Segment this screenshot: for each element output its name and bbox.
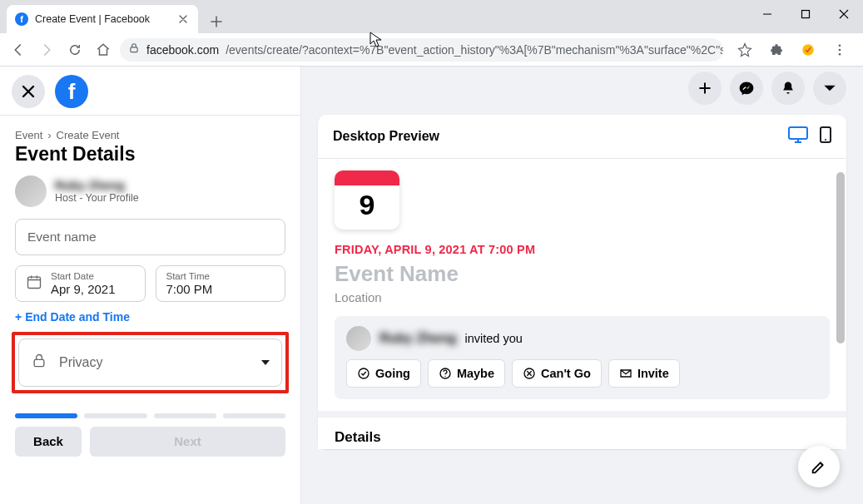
nav-home-button[interactable] [92, 38, 115, 62]
window-maximize-button[interactable] [786, 0, 825, 28]
svg-rect-8 [789, 127, 807, 139]
account-menu-button[interactable] [813, 72, 846, 105]
breadcrumb-root[interactable]: Event [15, 129, 42, 141]
close-panel-button[interactable] [12, 75, 45, 108]
lock-icon [31, 353, 47, 373]
svg-rect-1 [131, 47, 137, 52]
start-time-value: 7:00 PM [166, 282, 213, 296]
notifications-button[interactable] [771, 72, 805, 105]
svg-rect-6 [28, 277, 41, 288]
page-title: Event Details [15, 143, 285, 166]
browser-menu-icon[interactable] [828, 38, 851, 62]
back-button[interactable]: Back [15, 427, 82, 457]
plus-icon: + [15, 310, 22, 324]
chevron-down-icon [261, 360, 270, 365]
add-end-date-button[interactable]: + End Date and Time [15, 310, 285, 324]
calendar-badge: 9 [335, 170, 399, 230]
window-close-button[interactable] [825, 0, 863, 28]
privacy-highlight: Privacy [12, 332, 289, 393]
new-tab-button[interactable] [205, 10, 228, 33]
compose-fab-button[interactable] [798, 446, 840, 487]
svg-point-3 [839, 44, 841, 47]
progress-step-2 [84, 413, 146, 418]
host-avatar[interactable] [15, 175, 47, 207]
host-name: Ruby Zheng [55, 179, 139, 192]
tab-title: Create Event | Facebook [35, 13, 150, 25]
start-time-field[interactable]: Start Time 7:00 PM [156, 265, 286, 302]
rsvp-invite-button[interactable]: Invite [608, 359, 680, 388]
privacy-dropdown[interactable]: Privacy [18, 338, 282, 387]
rsvp-going-button[interactable]: Going [346, 359, 421, 388]
add-end-label: End Date and Time [25, 310, 130, 324]
nav-back-button[interactable] [7, 38, 30, 62]
progress-step-3 [154, 413, 216, 418]
event-name-input[interactable] [27, 230, 273, 245]
start-date-label: Start Date [51, 271, 116, 282]
svg-point-11 [359, 368, 369, 378]
invited-text: invited you [464, 332, 522, 345]
facebook-favicon: f [15, 12, 28, 26]
close-tab-icon[interactable] [176, 12, 190, 26]
event-name-field[interactable] [15, 219, 285, 255]
calendar-icon [26, 274, 42, 294]
inviter-avatar [346, 326, 371, 351]
nav-forward-button[interactable] [35, 38, 58, 62]
url-host: facebook.com [146, 43, 219, 57]
breadcrumb: Event › Create Event [15, 129, 285, 141]
privacy-label: Privacy [59, 355, 250, 370]
nav-reload-button[interactable] [63, 38, 87, 62]
extension-badge-icon[interactable] [796, 38, 820, 62]
mobile-preview-icon[interactable] [820, 126, 831, 146]
start-time-label: Start Time [166, 271, 213, 282]
messenger-button[interactable] [730, 72, 763, 105]
next-button[interactable]: Next [90, 427, 285, 457]
address-bar[interactable]: facebook.com/events/create/?acontext=%7B… [120, 38, 723, 62]
event-date-line: FRIDAY, APRIL 9, 2021 AT 7:00 PM [335, 243, 830, 256]
preview-heading: Desktop Preview [333, 129, 439, 144]
svg-point-4 [839, 48, 841, 51]
window-minimize-button[interactable] [748, 0, 786, 28]
svg-rect-7 [34, 359, 44, 366]
browser-tab[interactable]: f Create Event | Facebook [7, 5, 198, 33]
create-button[interactable] [688, 72, 722, 105]
bookmark-star-icon[interactable] [733, 38, 756, 62]
details-heading: Details [335, 429, 830, 446]
url-path: /events/create/?acontext=%7B"event_actio… [226, 43, 723, 57]
start-date-value: Apr 9, 2021 [51, 282, 116, 296]
progress-step-4 [223, 413, 285, 418]
host-subtitle: Host - Your Profile [55, 192, 139, 204]
extensions-icon[interactable] [765, 38, 788, 62]
start-date-field[interactable]: Start Date Apr 9, 2021 [15, 265, 146, 302]
svg-point-10 [825, 139, 826, 141]
inviter-name: Ruby Zheng [379, 331, 456, 346]
progress-steps [15, 413, 285, 418]
desktop-preview-icon[interactable] [788, 126, 808, 146]
rsvp-cant-go-button[interactable]: Can't Go [512, 359, 602, 388]
svg-rect-0 [802, 11, 810, 18]
svg-point-13 [444, 376, 445, 377]
facebook-logo[interactable]: f [55, 75, 88, 108]
rsvp-maybe-button[interactable]: Maybe [428, 359, 505, 388]
breadcrumb-current[interactable]: Create Event [57, 129, 120, 141]
calendar-day: 9 [335, 185, 399, 230]
event-preview-title: Event Name [335, 261, 830, 287]
chevron-right-icon: › [47, 129, 51, 141]
progress-step-1 [15, 413, 77, 418]
svg-point-5 [839, 52, 841, 55]
lock-icon [128, 42, 140, 57]
event-preview-location: Location [335, 290, 830, 304]
preview-scrollbar[interactable] [836, 172, 845, 343]
